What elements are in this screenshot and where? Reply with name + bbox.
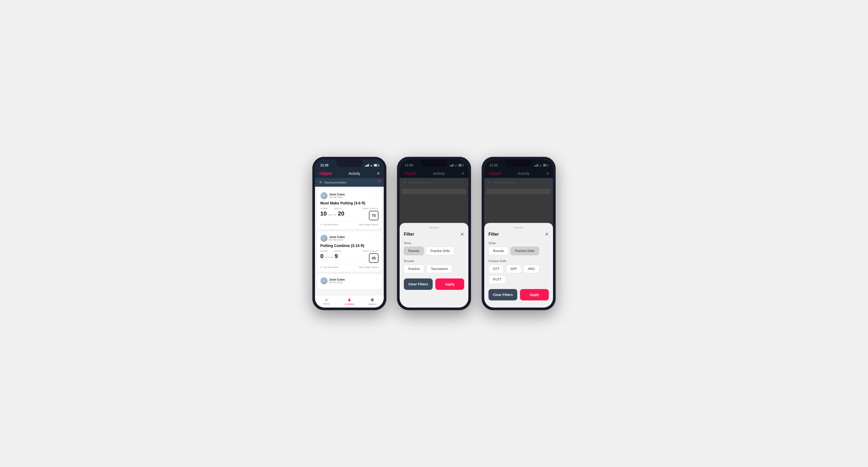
tournament-pill-2[interactable]: Tournament	[426, 265, 452, 273]
info-icon-1: ⓘ	[320, 223, 322, 226]
signal-bar-1	[365, 165, 366, 166]
user-details-2: Josh Coles 28 Feb 2023	[329, 235, 345, 241]
more-dots-2[interactable]: ···	[375, 235, 378, 239]
avatar-2: JC	[320, 235, 328, 242]
test-info-label-2: Test Information	[323, 266, 338, 269]
phone3-inner: 11:33 ▲	[484, 159, 553, 308]
shots-label-1: Shots	[334, 207, 341, 210]
rounds-pill-3[interactable]: Rounds	[489, 247, 508, 255]
phone2-inner: 11:33 ▲	[400, 159, 468, 308]
shots-value-1: 20	[338, 210, 344, 217]
avatar-3: JC	[320, 277, 328, 284]
filter-sheet-3: Filter ✕ Show Rounds Practice Drills Pra…	[484, 223, 553, 308]
rounds-pill-2[interactable]: Rounds	[404, 247, 424, 255]
show-label-3: Show	[489, 242, 549, 245]
app-pill-3[interactable]: APP	[506, 265, 521, 273]
filter-icon: ⚙	[319, 181, 322, 184]
show-options-2: Rounds Practice Drills	[404, 247, 464, 255]
shot-quality-2: Shot Quality 45	[363, 250, 378, 263]
battery-icon	[374, 164, 378, 166]
close-button-3[interactable]: ✕	[545, 231, 549, 237]
shot-quality-label-2: Shot Quality	[363, 250, 378, 252]
viewing-activities-bar[interactable]: ⚙ Viewing Activities	[315, 178, 384, 187]
shots-label-2: Shots	[334, 250, 341, 252]
logo: clippd	[319, 171, 332, 176]
nav-item-activities[interactable]: ♟ Activities	[338, 297, 361, 305]
practice-drills-label-3: Practice Drills	[489, 259, 549, 262]
signal-bars	[365, 164, 369, 166]
putt-pill-3[interactable]: PUTT	[489, 275, 506, 284]
practice-drills-options-3: OTT APP ARG PUTT	[489, 265, 549, 284]
phone3: 11:33 ▲	[482, 157, 556, 310]
stat-labels-2: Score Shots	[320, 250, 341, 252]
nav-title: Activity	[348, 172, 360, 176]
phone2-wrapper: 11:33 ▲	[397, 157, 471, 310]
shots-value-2: 9	[335, 253, 338, 260]
rounds-label-2: Rounds	[404, 259, 464, 262]
out-of-1: OUT OF	[328, 214, 336, 216]
status-icons: ▲	[365, 164, 378, 167]
user-info-1: JC Josh Coles 28 Feb 2023	[320, 192, 345, 199]
signal-bar-3	[367, 164, 368, 166]
activity-title-2: Putting Combine (3-15 ft)	[320, 244, 378, 248]
activity-card-2[interactable]: JC Josh Coles 28 Feb 2023 ··· Putting Co…	[317, 231, 382, 272]
avatar-1: JC	[320, 192, 328, 199]
phone1-inner: 11:33 ▲	[315, 159, 384, 308]
practice-pill-2[interactable]: Practice	[404, 265, 424, 273]
info-icon-2: ⓘ	[320, 266, 322, 269]
user-date-1: 28 Feb 2023	[329, 196, 345, 198]
avatar-img-3: JC	[320, 277, 328, 284]
practice-drills-pill-2[interactable]: Practice Drills	[426, 247, 454, 255]
activities-label: Activities	[345, 303, 354, 305]
filter-actions-3: Clear Filters Apply	[489, 289, 549, 301]
filter-header-3: Filter ✕	[489, 231, 549, 237]
status-time: 11:33	[320, 163, 329, 167]
stat-values-1: 10 OUT OF 20	[320, 210, 344, 217]
nav-item-capture[interactable]: ⊕ Capture	[361, 297, 384, 305]
menu-icon[interactable]: ≡	[377, 171, 379, 176]
data-source-2: Data: Clippd Capture	[359, 266, 378, 269]
phone1-wrapper: 11:33 ▲	[312, 157, 386, 310]
filter-handle-3	[514, 227, 523, 228]
apply-button-3[interactable]: Apply	[520, 289, 549, 301]
practice-drills-pill-3[interactable]: Practice Drills	[510, 247, 539, 255]
battery-fill	[374, 164, 377, 166]
more-dots-1[interactable]: ···	[375, 192, 378, 196]
user-date-3: 28 Feb 2023	[329, 281, 345, 284]
nav-item-home[interactable]: ⌂ Home	[315, 297, 338, 305]
user-name-3: Josh Coles	[329, 278, 345, 281]
activities-icon: ♟	[347, 297, 351, 302]
close-button-2[interactable]: ✕	[460, 231, 464, 237]
filter-handle-2	[429, 227, 439, 228]
filter-actions-2: Clear Filters Apply	[404, 278, 464, 290]
user-name-2: Josh Coles	[329, 235, 345, 239]
phones-container: 11:33 ▲	[312, 157, 556, 310]
content-area: ⚙ Viewing Activities JC Jo	[315, 178, 384, 295]
clear-filters-button-2[interactable]: Clear Filters	[404, 278, 433, 290]
stat-values-2: 0 OUT OF 9	[320, 253, 341, 260]
stats-container-2: Score Shots 0 OUT OF 9 Shot Qua	[320, 250, 378, 263]
filter-overlay-3: Filter ✕ Show Rounds Practice Drills Pra…	[484, 159, 553, 308]
card-header-1: JC Josh Coles 28 Feb 2023 ···	[320, 192, 378, 199]
shot-quality-badge-2: 45	[369, 253, 378, 263]
viewing-activities-label: Viewing Activities	[324, 181, 346, 184]
capture-label: Capture	[368, 303, 377, 305]
ott-pill-3[interactable]: OTT	[489, 265, 504, 273]
clear-filters-button-3[interactable]: Clear Filters	[489, 289, 517, 301]
activity-card-1[interactable]: JC Josh Coles 28 Feb 2023 ··· Must Make …	[317, 189, 382, 229]
stats-left-2: Score Shots 0 OUT OF 9	[320, 250, 341, 260]
card-footer-1: ⓘ Test Information Data: Clippd Capture	[320, 221, 378, 226]
arg-pill-3[interactable]: ARG	[523, 265, 539, 273]
user-details-3: Josh Coles 28 Feb 2023	[329, 278, 345, 284]
shot-quality-label-1: Shot Quality	[363, 207, 378, 210]
more-dots-3[interactable]: ···	[375, 277, 378, 281]
score-value-2: 0	[320, 253, 323, 260]
shot-quality-badge-1: 75	[369, 211, 378, 220]
apply-button-2[interactable]: Apply	[435, 278, 464, 290]
activity-card-3[interactable]: JC Josh Coles 28 Feb 2023 ···	[317, 274, 382, 289]
stats-left-1: Score Shots 10 OUT OF 20	[320, 207, 344, 217]
wifi-icon: ▲	[370, 164, 373, 167]
score-value-1: 10	[320, 210, 327, 217]
filter-title-3: Filter	[489, 232, 499, 237]
user-details-1: Josh Coles 28 Feb 2023	[329, 193, 345, 198]
